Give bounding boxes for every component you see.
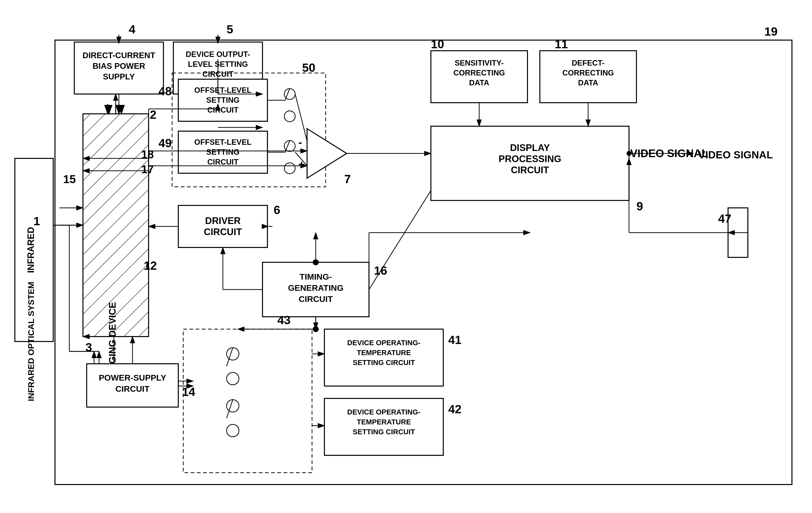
svg-text:4: 4: [129, 23, 136, 36]
outer-border: [55, 39, 792, 485]
svg-text:5: 5: [227, 23, 233, 36]
svg-rect-3: [15, 158, 53, 341]
diagram-container: 19 INFRARED INFRARED INFRARED OPTICAL SY…: [10, 10, 802, 502]
svg-text:INFRARED: INFRARED: [26, 227, 36, 273]
label-video-signal: VIDEO SIGNAL: [630, 147, 708, 160]
svg-text:1: 1: [33, 215, 40, 228]
svg-text:INFRARED OPTICAL SYSTEM: INFRARED OPTICAL SYSTEM: [26, 282, 36, 401]
label-19: 19: [764, 25, 778, 38]
